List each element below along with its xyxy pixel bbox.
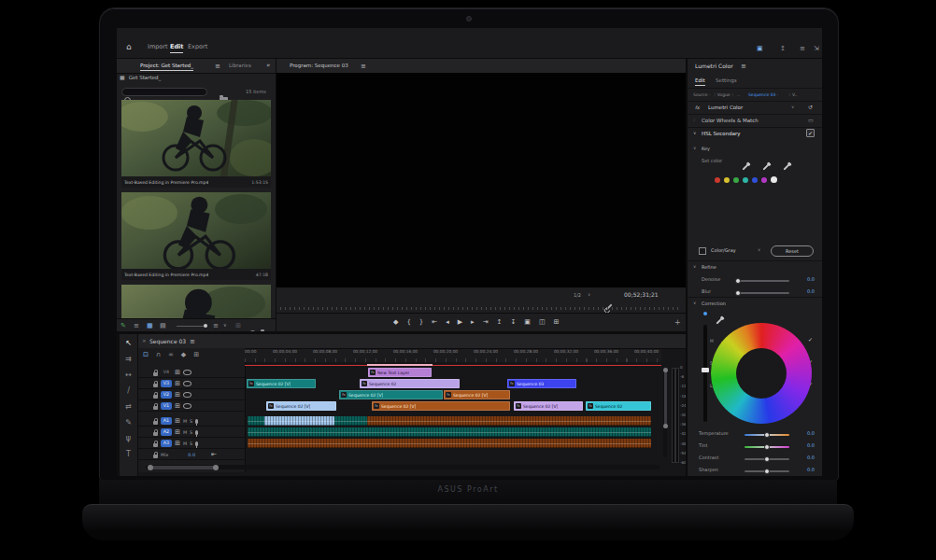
slider-temperature[interactable]: Temperature0.0 — [688, 427, 822, 440]
timeline-tab-label[interactable]: Sequence 03 — [149, 338, 186, 344]
zoom-slider[interactable] — [177, 326, 206, 327]
more-panels-icon[interactable]: » — [266, 63, 270, 69]
tab-libraries[interactable]: Libraries — [229, 63, 251, 68]
track-select-tool[interactable]: ⇉ — [125, 355, 132, 363]
solo-button[interactable]: S — [190, 441, 192, 446]
extract-button[interactable]: ↧ — [510, 318, 516, 326]
track-lock-icon[interactable] — [153, 395, 158, 399]
sync-lock-icon[interactable]: ⊞ — [175, 418, 180, 425]
timeline-vertical-scrollbar[interactable] — [663, 368, 667, 457]
write-tool-icon[interactable]: ✎ — [121, 323, 126, 329]
mix-nav-icon[interactable]: ⇤ — [211, 452, 217, 458]
track-lock-icon[interactable] — [153, 384, 158, 387]
tab-export[interactable]: Export — [188, 43, 207, 50]
timeline-horizontal-scrollbar[interactable] — [146, 465, 659, 469]
add-marker-button[interactable]: ◆ — [393, 318, 398, 326]
slider-knob[interactable] — [764, 469, 770, 474]
audio-meters[interactable]: 0-6-12-18-24-30-36-42-48-54-60 — [671, 366, 686, 465]
tab-edit[interactable]: Edit — [170, 43, 183, 53]
track-lock-icon[interactable] — [153, 372, 158, 376]
linked-selection-icon[interactable]: ∞ — [168, 352, 174, 358]
lumetri-active-sequence[interactable]: Sequence 03 · — [748, 92, 778, 97]
mix-gain-value[interactable]: 0.0 — [188, 453, 195, 457]
track-output-icon[interactable] — [183, 370, 191, 375]
sync-lock-icon[interactable]: ⊞ — [175, 429, 180, 436]
bin-breadcrumb[interactable]: ▦ Get Started_ — [120, 75, 161, 80]
key-color-swatch[interactable] — [733, 177, 739, 183]
track-target-badge[interactable]: V3 — [161, 380, 172, 387]
go-to-in-button[interactable]: ⇤ — [432, 318, 437, 326]
track-lock-icon[interactable] — [153, 443, 158, 447]
slider-knob[interactable] — [735, 290, 741, 296]
track-lock-icon[interactable] — [153, 406, 158, 410]
playback-resolution-select[interactable]: 1/2 — [574, 292, 581, 298]
hsl-enable-check[interactable]: ✓ — [808, 336, 813, 343]
menu-icon[interactable]: ≡ — [800, 45, 805, 52]
step-back-button[interactable]: ◂ — [446, 318, 449, 326]
panel-menu-icon[interactable]: ≡ — [190, 339, 195, 345]
hsl-reset-button[interactable]: Reset — [771, 245, 814, 257]
slider-denoise[interactable]: Denoise0.0 — [688, 273, 822, 286]
mute-button[interactable]: M — [183, 419, 187, 424]
media-item[interactable] — [121, 285, 271, 318]
luminance-slider[interactable] — [703, 325, 707, 422]
hsl-enabled-checkbox[interactable]: ✓ — [806, 129, 815, 137]
sync-lock-icon[interactable]: ⊞ — [175, 441, 180, 447]
panel-menu-icon[interactable]: ≡ — [361, 63, 366, 70]
panel-menu-icon[interactable]: ≡ — [215, 63, 220, 70]
share-icon[interactable]: ↥ — [780, 45, 786, 52]
sync-lock-icon[interactable]: ⊞ — [175, 403, 180, 410]
timeline-clip[interactable]: fxSequence 03 — [507, 379, 576, 388]
media-item[interactable]: Text-Based Editing in Premiere Pro.mp4 4… — [121, 192, 271, 280]
track-target-badge[interactable]: V1 — [161, 402, 172, 410]
hand-tool[interactable]: ψ — [126, 434, 131, 442]
track-target-badge[interactable]: A2 — [161, 428, 172, 436]
section-hsl-secondary[interactable]: HSL Secondary — [702, 131, 741, 136]
timeline-clip[interactable]: fxNew Text Layer — [368, 368, 432, 377]
workspaces-icon[interactable]: ▣ — [757, 45, 763, 52]
go-to-out-button[interactable]: ⇥ — [483, 318, 489, 326]
mute-button[interactable]: M — [183, 430, 187, 435]
home-icon[interactable]: ⌂ — [126, 42, 132, 51]
track-output-icon[interactable] — [183, 381, 191, 386]
track-target-badge[interactable]: V4 — [161, 369, 172, 376]
effect-name-select[interactable]: Lumetri Color — [708, 105, 743, 110]
track-lock-icon[interactable] — [153, 432, 158, 436]
track-output-icon[interactable] — [183, 392, 191, 398]
media-item[interactable]: Text-Based Editing in Premiere Pro.mp4 1… — [121, 100, 271, 188]
lumetri-tab-edit[interactable]: Edit — [695, 77, 705, 86]
track-target-badge[interactable]: A3 — [161, 440, 172, 447]
slider-knob[interactable] — [764, 432, 770, 438]
timeline-clip[interactable]: fxSequence 02 [V] — [339, 390, 443, 399]
tab-import[interactable]: Import — [148, 43, 168, 50]
track-target-badge[interactable]: A1 — [161, 417, 172, 425]
section-color-wheels[interactable]: Color Wheels & Match — [702, 118, 759, 123]
sync-lock-icon[interactable]: ⊞ — [175, 392, 180, 399]
timeline-clip[interactable]: fxSequence 02 [V] — [372, 401, 510, 411]
sync-lock-icon[interactable]: ⊞ — [175, 370, 180, 376]
timeline-clip[interactable]: fxSequence 02 [V] — [514, 401, 583, 411]
voiceover-record-icon[interactable] — [195, 419, 198, 424]
timeline-clip[interactable] — [248, 439, 651, 448]
mark-in-button[interactable]: { — [406, 318, 410, 326]
key-color-swatch[interactable] — [761, 177, 767, 183]
correction-selector-dot[interactable] — [703, 312, 707, 315]
slip-tool[interactable]: ⇄ — [125, 402, 132, 411]
search-input[interactable] — [121, 88, 207, 96]
luminance-slider-knob[interactable] — [702, 368, 709, 372]
program-scrubber[interactable] — [280, 307, 682, 310]
key-color-swatch[interactable] — [743, 177, 748, 183]
program-timecode[interactable]: 00;52;31;21 — [624, 291, 659, 298]
pen-tool[interactable]: ✎ — [125, 418, 132, 427]
key-color-swatch[interactable] — [715, 177, 720, 183]
sort-button[interactable]: ≡ — [213, 323, 219, 329]
key-color-swatch[interactable] — [752, 177, 758, 183]
section-correction[interactable]: Correction — [702, 301, 726, 306]
key-color-swatch[interactable] — [724, 177, 730, 183]
timeline-clip[interactable]: fxSequence 02 [V] — [247, 379, 316, 388]
button-editor-add[interactable]: + — [674, 318, 681, 327]
slider-knob[interactable] — [735, 278, 741, 284]
slider-sharpen[interactable]: Sharpen0.0 — [688, 464, 822, 476]
slider-tint[interactable]: Tint0.0 — [688, 440, 822, 452]
timeline-settings-icon[interactable]: ⊞ — [193, 352, 199, 358]
